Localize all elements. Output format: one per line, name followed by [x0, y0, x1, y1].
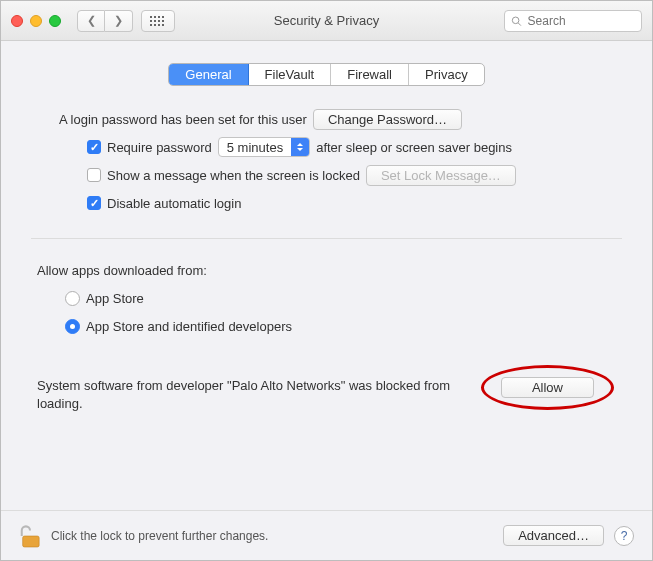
show-all-button[interactable] — [141, 10, 175, 32]
tab-privacy[interactable]: Privacy — [409, 64, 484, 85]
help-button[interactable]: ? — [614, 526, 634, 546]
back-button[interactable]: ❮ — [77, 10, 105, 32]
chevron-right-icon: ❯ — [114, 14, 123, 27]
radio-app-store-identified-label: App Store and identified developers — [86, 319, 292, 334]
change-password-button[interactable]: Change Password… — [313, 109, 462, 130]
require-password-delay-select[interactable]: 5 minutes — [218, 137, 310, 157]
svg-point-0 — [512, 17, 519, 24]
search-field[interactable] — [504, 10, 642, 32]
tab-filevault[interactable]: FileVault — [249, 64, 332, 85]
chevron-left-icon: ❮ — [87, 14, 96, 27]
advanced-button[interactable]: Advanced… — [503, 525, 604, 546]
lock-hint-text: Click the lock to prevent further change… — [51, 529, 268, 543]
grid-icon — [150, 16, 166, 26]
tab-general[interactable]: General — [169, 64, 248, 85]
radio-app-store-label: App Store — [86, 291, 144, 306]
minimize-window-button[interactable] — [30, 15, 42, 27]
show-message-checkbox[interactable] — [87, 168, 101, 182]
zoom-window-button[interactable] — [49, 15, 61, 27]
downloads-section: Allow apps downloaded from: App Store Ap… — [31, 259, 622, 412]
disable-auto-login-label: Disable automatic login — [107, 196, 241, 211]
nav-buttons: ❮ ❯ — [77, 10, 133, 32]
forward-button[interactable]: ❯ — [105, 10, 133, 32]
require-password-label-post: after sleep or screen saver begins — [316, 140, 512, 155]
svg-line-1 — [518, 22, 521, 25]
select-stepper-icon — [291, 138, 309, 156]
radio-app-store[interactable] — [65, 291, 80, 306]
login-password-heading: A login password has been set for this u… — [59, 112, 307, 127]
titlebar: ❮ ❯ Security & Privacy — [1, 1, 652, 41]
require-password-delay-value: 5 minutes — [227, 140, 283, 155]
require-password-checkbox[interactable] — [87, 140, 101, 154]
blocked-software-message: System software from developer "Palo Alt… — [37, 377, 489, 412]
search-icon — [511, 15, 522, 27]
security-privacy-window: ❮ ❯ Security & Privacy General FileVault… — [0, 0, 653, 561]
login-section: A login password has been set for this u… — [31, 108, 622, 214]
search-input[interactable] — [526, 13, 635, 29]
lock-open-icon[interactable] — [19, 523, 41, 549]
tab-firewall[interactable]: Firewall — [331, 64, 409, 85]
content-pane: General FileVault Firewall Privacy A log… — [1, 41, 652, 560]
section-divider — [31, 238, 622, 239]
allow-button[interactable]: Allow — [501, 377, 594, 398]
help-icon: ? — [621, 529, 628, 543]
require-password-label-pre: Require password — [107, 140, 212, 155]
footer-bar: Click the lock to prevent further change… — [1, 510, 652, 560]
downloads-heading: Allow apps downloaded from: — [37, 263, 207, 278]
radio-app-store-identified[interactable] — [65, 319, 80, 334]
show-message-label: Show a message when the screen is locked — [107, 168, 360, 183]
disable-auto-login-checkbox[interactable] — [87, 196, 101, 210]
blocked-software-row: System software from developer "Palo Alt… — [37, 377, 594, 412]
tab-bar: General FileVault Firewall Privacy — [31, 63, 622, 86]
window-controls — [11, 15, 61, 27]
set-lock-message-button: Set Lock Message… — [366, 165, 516, 186]
close-window-button[interactable] — [11, 15, 23, 27]
